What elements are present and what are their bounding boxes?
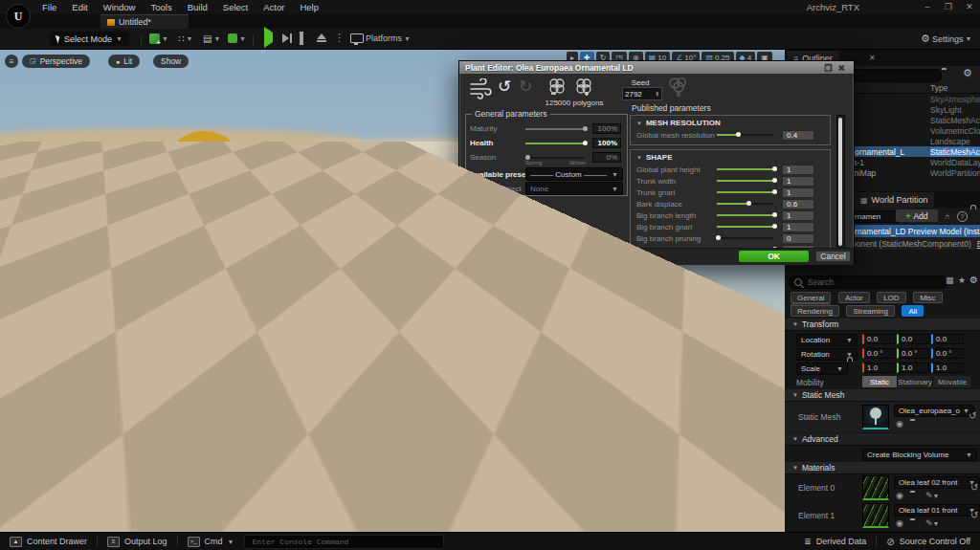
use-selected-asset-button[interactable]: ◉ (896, 419, 903, 429)
season-slider[interactable] (525, 157, 585, 159)
menu-window[interactable]: Window (96, 0, 144, 14)
rotation-z-field[interactable]: 0.0 ° (931, 348, 964, 359)
material1-dropdown[interactable]: Olea leaf 01 front▼ (894, 504, 980, 517)
redo-button[interactable]: ↻ (519, 77, 532, 97)
reset-static-mesh-button[interactable]: ↺ (969, 410, 976, 421)
static-mesh-asset-dropdown[interactable]: Olea_europaea_o▼ (894, 405, 974, 417)
chip-actor[interactable]: Actor (838, 292, 870, 303)
outliner-tab-close-button[interactable]: ✕ (869, 54, 876, 62)
play-button[interactable] (264, 33, 273, 42)
settings-dropdown[interactable]: ⚙ Settings ▼ (921, 33, 971, 44)
grow-on-object-dropdown[interactable]: None▼ (525, 182, 623, 195)
wind-icon[interactable] (469, 78, 492, 99)
undo-button[interactable]: ↺ (498, 77, 511, 97)
advanced-section-header[interactable]: ▼Advanced (785, 433, 980, 446)
menu-file[interactable]: File (34, 0, 64, 14)
static-mesh-thumbnail[interactable] (862, 405, 889, 429)
select-mode-dropdown[interactable]: Select Mode ▼ (50, 32, 129, 46)
scale-dropdown[interactable]: Scale▼ (796, 363, 848, 375)
tab-world-partition[interactable]: ▦ World Partition (854, 192, 934, 208)
add-component-button[interactable]: + Add (896, 209, 938, 222)
material-thumbnail[interactable] (862, 475, 889, 500)
static-mesh-section-header[interactable]: ▼Static Mesh (785, 389, 980, 402)
perspective-dropdown[interactable]: ◲ Perspective (22, 55, 90, 68)
maturity-value[interactable]: 100% (592, 123, 621, 134)
menu-build[interactable]: Build (180, 0, 215, 14)
cancel-button[interactable]: Cancel (815, 251, 851, 262)
output-log-button[interactable]: ≡ Output Log (98, 533, 177, 550)
chip-rendering[interactable]: Rendering (791, 305, 839, 317)
param-slider[interactable] (717, 226, 774, 228)
scale-y-field[interactable]: 1.0 (897, 363, 929, 373)
param-slider[interactable] (717, 191, 774, 193)
minimize-button[interactable]: – (917, 0, 938, 14)
location-y-field[interactable]: 0.0 (897, 334, 929, 344)
play-options-button[interactable]: ⋮ (334, 32, 345, 44)
menu-actor[interactable]: Actor (256, 0, 292, 14)
param-slider[interactable] (717, 180, 774, 182)
rotation-x-field[interactable]: 0.0 ° (862, 348, 895, 359)
param-value[interactable]: 0 (782, 233, 814, 244)
maximize-button[interactable]: ❐ (938, 0, 959, 14)
ok-button[interactable]: OK (739, 251, 809, 262)
mobility-static[interactable]: Static (862, 376, 898, 387)
material0-dropdown[interactable]: Olea leaf 02 front▼ (894, 476, 980, 489)
mesh-resolution-slider[interactable] (717, 134, 774, 136)
olive-tree[interactable] (56, 113, 333, 444)
outliner-settings-button[interactable]: ⚙ (963, 68, 972, 78)
display-options-button[interactable]: ▦ (946, 275, 954, 285)
scrollbar-thumb[interactable] (838, 118, 842, 246)
dialog-close-button[interactable]: ✕ (835, 63, 848, 73)
help-button[interactable]: ? (957, 211, 968, 222)
stop-button[interactable] (300, 33, 303, 43)
game-view-button[interactable]: ▼ (228, 33, 246, 43)
maturity-slider[interactable] (525, 128, 585, 130)
viewport-menu-button[interactable]: ≡ (5, 55, 18, 68)
tree-preset-icon[interactable] (666, 76, 691, 99)
materials-section-header[interactable]: ▼Materials (785, 462, 980, 474)
presets-dropdown[interactable]: ——— Custom ———▼ (525, 167, 623, 181)
menu-select[interactable]: Select (215, 0, 256, 14)
param-value[interactable]: 1 (782, 165, 814, 175)
console-input[interactable] (244, 535, 444, 549)
seed-spinbox[interactable]: 2792 ▲▼ (622, 87, 662, 100)
location-x-field[interactable]: 0.0 (862, 334, 895, 344)
shape-header[interactable]: ▼SHAPE (631, 150, 830, 164)
show-dropdown[interactable]: Show (153, 55, 189, 68)
dialog-maximize-button[interactable]: ❐ (821, 63, 835, 73)
lit-dropdown[interactable]: ● Lit (108, 55, 140, 68)
level-tab[interactable]: Untitled* (100, 14, 189, 29)
material-options-button[interactable]: ✎▼ (925, 491, 939, 500)
scale-z-field[interactable]: 1.0 (931, 363, 964, 373)
season-value[interactable]: 0% (592, 152, 621, 163)
material-thumbnail[interactable] (862, 503, 889, 528)
plant-editor-title-bar[interactable]: Plant Editor: Olea Europaea Ornamental L… (459, 61, 854, 74)
type-column-header[interactable]: Type (930, 83, 947, 93)
scale-x-field[interactable]: 1.0 (862, 363, 895, 373)
derived-data-button[interactable]: ≣ Derived Data (794, 533, 876, 550)
use-selected-material-button[interactable]: ◉ (896, 518, 903, 528)
mesh-resolution-header[interactable]: ▼MESH RESOLUTION (631, 116, 830, 129)
reset-material1-button[interactable]: ↺ (970, 510, 978, 520)
mobility-stationary[interactable]: Stationary (898, 376, 933, 387)
menu-edit[interactable]: Edit (64, 0, 95, 14)
chip-all[interactable]: All (902, 305, 924, 317)
param-value[interactable]: 1 (782, 210, 814, 221)
health-value[interactable]: 100% (592, 138, 621, 148)
chip-streaming[interactable]: Streaming (846, 305, 894, 317)
chip-misc[interactable]: Misc (913, 292, 942, 303)
skip-button[interactable] (282, 33, 292, 43)
favorites-button[interactable]: ★ (958, 275, 966, 285)
reduce-polygons-icon[interactable] (546, 76, 568, 97)
eject-button[interactable] (317, 33, 326, 42)
source-control-button[interactable]: ⊘ Source Control Off (877, 533, 980, 550)
chip-lod[interactable]: LOD (877, 292, 905, 303)
convert-blueprint-button[interactable]: ⑃ (945, 211, 949, 221)
chip-general[interactable]: General (791, 292, 831, 303)
transform-section-header[interactable]: ▼ Transform (785, 319, 980, 331)
param-slider[interactable] (717, 203, 774, 205)
health-slider[interactable] (525, 143, 585, 144)
mobility-movable[interactable]: Movable (933, 376, 972, 387)
param-slider[interactable] (717, 237, 774, 239)
use-selected-material-button[interactable]: ◉ (896, 491, 903, 500)
